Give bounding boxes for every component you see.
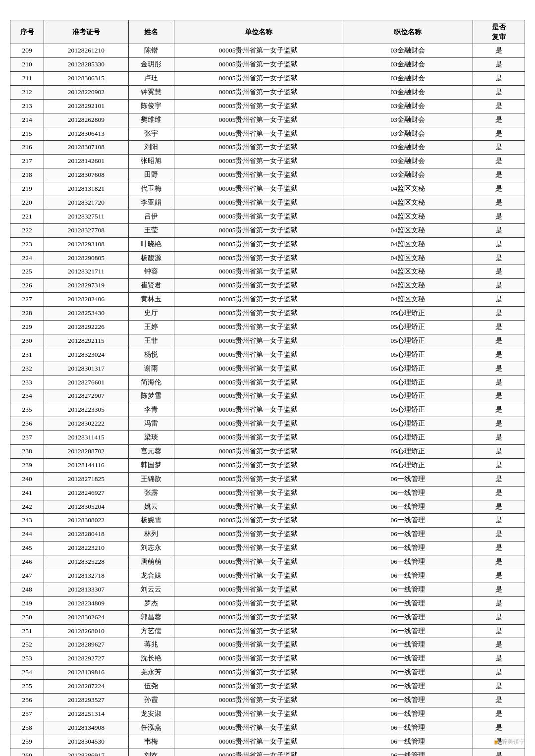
table-cell: 00005贵州省第一女子监狱	[174, 71, 343, 85]
table-cell: 20128262809	[44, 113, 129, 127]
table-cell: 是	[473, 666, 525, 680]
table-cell: 梁琰	[128, 431, 174, 445]
table-cell: 李亚娟	[128, 196, 174, 210]
table-cell: 04监区文秘	[343, 210, 473, 223]
table-cell: 00005贵州省第一女子监狱	[174, 168, 343, 182]
table-row: 22920128292226王婷00005贵州省第一女子监狱05心理矫正是	[10, 321, 525, 334]
table-cell: 04监区文秘	[343, 237, 473, 251]
table-cell: 03金融财会	[343, 141, 473, 155]
table-cell: 00005贵州省第一女子监狱	[174, 431, 343, 445]
table-cell: 20128134908	[44, 721, 129, 735]
header-seq: 序号	[10, 20, 44, 44]
table-cell: 韩国梦	[128, 458, 174, 472]
table-row: 22620128297319崔贤君00005贵州省第一女子监狱04监区文秘是	[10, 279, 525, 293]
table-cell: 是	[473, 721, 525, 735]
table-cell: 05心理矫正	[343, 348, 473, 362]
table-row: 25820128134908任泓燕00005贵州省第一女子监狱06一线管理是	[10, 721, 525, 735]
table-cell: 吕伊	[128, 210, 174, 223]
table-row: 25920128304530韦梅00005贵州省第一女子监狱06一线管理是	[10, 735, 525, 749]
table-cell: 是	[473, 749, 525, 756]
table-cell: 03金融财会	[343, 155, 473, 168]
table-cell: 20128261210	[44, 44, 129, 58]
table-cell: 是	[473, 348, 525, 362]
table-cell: 20128292115	[44, 334, 129, 348]
table-cell: 05心理矫正	[343, 431, 473, 445]
table-cell: 20128272907	[44, 389, 129, 403]
table-cell: 245	[10, 541, 44, 555]
table-cell: 237	[10, 431, 44, 445]
table-cell: 06一线管理	[343, 596, 473, 610]
table-cell: 06一线管理	[343, 694, 473, 707]
table-cell: 232	[10, 362, 44, 376]
table-row: 22320128293108叶晓艳00005贵州省第一女子监狱04监区文秘是	[10, 237, 525, 251]
table-cell: 是	[473, 596, 525, 610]
table-cell: 是	[473, 431, 525, 445]
table-row: 24920128234809罗杰00005贵州省第一女子监狱06一线管理是	[10, 596, 525, 610]
table-row: 23420128272907陈梦雪00005贵州省第一女子监狱05心理矫正是	[10, 389, 525, 403]
table-cell: 00005贵州省第一女子监狱	[174, 376, 343, 389]
table-cell: 是	[473, 279, 525, 293]
table-cell: 是	[473, 472, 525, 486]
table-cell: 是	[473, 155, 525, 168]
table-cell: 是	[473, 127, 525, 141]
table-cell: 崔贤君	[128, 279, 174, 293]
table-cell: 樊维维	[128, 113, 174, 127]
table-cell: 05心理矫正	[343, 389, 473, 403]
table-row: 23820128288702宫元蓉00005贵州省第一女子监狱05心理矫正是	[10, 445, 525, 459]
table-cell: 06一线管理	[343, 610, 473, 624]
table-row: 25120128268010方艺儒00005贵州省第一女子监狱06一线管理是	[10, 624, 525, 638]
table-cell: 03金融财会	[343, 58, 473, 72]
table-cell: 06一线管理	[343, 707, 473, 721]
table-row: 21020128285330金玥彤00005贵州省第一女子监狱03金融财会是	[10, 58, 525, 72]
table-cell: 00005贵州省第一女子监狱	[174, 500, 343, 514]
table-cell: 222	[10, 223, 44, 237]
table-cell: 张宇	[128, 127, 174, 141]
table-row: 25020128302624郭昌蓉00005贵州省第一女子监狱06一线管理是	[10, 610, 525, 624]
table-cell: 00005贵州省第一女子监狱	[174, 44, 343, 58]
table-cell: 是	[473, 210, 525, 223]
table-cell: 20128220902	[44, 85, 129, 99]
table-cell: 06一线管理	[343, 541, 473, 555]
table-row: 24820128133307刘云云00005贵州省第一女子监狱06一线管理是	[10, 583, 525, 596]
table-row: 25420128139816羌永芳00005贵州省第一女子监狱06一线管理是	[10, 666, 525, 680]
table-cell: 陈梦雪	[128, 389, 174, 403]
table-cell: 刘志永	[128, 541, 174, 555]
table-cell: 20128321720	[44, 196, 129, 210]
table-cell: 00005贵州省第一女子监狱	[174, 293, 343, 307]
table-cell: 00005贵州省第一女子监狱	[174, 182, 343, 196]
table-cell: 04监区文秘	[343, 251, 473, 265]
table-cell: 龙安淑	[128, 707, 174, 721]
table-cell: 韦梅	[128, 735, 174, 749]
table-cell: 257	[10, 707, 44, 721]
table-cell: 20128325228	[44, 555, 129, 569]
table-cell: 是	[473, 223, 525, 237]
table-cell: 00005贵州省第一女子监狱	[174, 362, 343, 376]
table-row: 22720128282406黄林玉00005贵州省第一女子监狱04监区文秘是	[10, 293, 525, 307]
table-cell: 唐萌萌	[128, 555, 174, 569]
table-row: 21820128307608田野00005贵州省第一女子监狱03金融财会是	[10, 168, 525, 182]
table-cell: 是	[473, 182, 525, 196]
table-row: 24420128280418林列00005贵州省第一女子监狱06一线管理是	[10, 528, 525, 541]
table-cell: 20128268010	[44, 624, 129, 638]
table-row: 21520128306413张宇00005贵州省第一女子监狱03金融财会是	[10, 127, 525, 141]
table-row: 24020128271825王锦歆00005贵州省第一女子监狱06一线管理是	[10, 472, 525, 486]
table-cell: 郭昌蓉	[128, 610, 174, 624]
table-cell: 259	[10, 735, 44, 749]
table-cell: 00005贵州省第一女子监狱	[174, 99, 343, 113]
table-cell: 20128285330	[44, 58, 129, 72]
table-cell: 218	[10, 168, 44, 182]
table-cell: 239	[10, 458, 44, 472]
table-cell: 20128311415	[44, 431, 129, 445]
header-unit: 单位名称	[174, 20, 343, 44]
table-cell: 05心理矫正	[343, 362, 473, 376]
table-cell: 246	[10, 555, 44, 569]
table-cell: 244	[10, 528, 44, 541]
table-cell: 是	[473, 321, 525, 334]
table-cell: 253	[10, 652, 44, 666]
table-cell: 00005贵州省第一女子监狱	[174, 445, 343, 459]
table-row: 23120128323024杨悦00005贵州省第一女子监狱05心理矫正是	[10, 348, 525, 362]
table-cell: 是	[473, 528, 525, 541]
table-cell: 00005贵州省第一女子监狱	[174, 334, 343, 348]
table-cell: 林列	[128, 528, 174, 541]
table-cell: 叶晓艳	[128, 237, 174, 251]
